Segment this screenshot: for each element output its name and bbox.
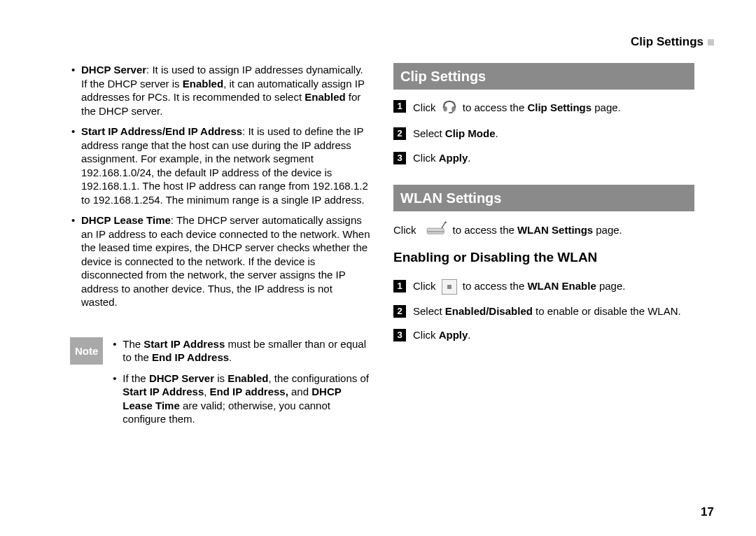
definition-list: DHCP Server: It is used to assign IP add…	[70, 63, 371, 309]
text: .	[496, 127, 498, 139]
step-item: 1 Click to access the WLAN Enable page.	[393, 279, 694, 295]
step-item: 2 Select Clip Mode.	[393, 127, 694, 141]
term: DHCP Lease Time	[81, 214, 171, 226]
step-number: 3	[393, 152, 406, 164]
text: Select	[413, 127, 445, 139]
svg-point-1	[451, 106, 455, 111]
right-column: Clip Settings 1 Click to access the Clip…	[393, 63, 694, 433]
left-column: DHCP Server: It is used to assign IP add…	[70, 63, 371, 433]
term: Start IP Address/End IP Address	[81, 125, 242, 137]
text: Select	[413, 305, 445, 317]
step-item: 1 Click to access the Clip Settings page…	[393, 99, 694, 117]
inline-bold: Enabled	[304, 91, 345, 103]
section-heading-clip: Clip Settings	[393, 63, 694, 90]
clip-steps: 1 Click to access the Clip Settings page…	[393, 99, 694, 165]
text: is	[214, 372, 227, 384]
running-header-text: Clip Settings	[631, 35, 704, 49]
text: Click	[413, 329, 439, 341]
inline-bold: Clip Settings	[527, 101, 592, 113]
inline-bold: Enabled/Disabled	[445, 305, 533, 317]
wlan-intro: Click to access the WLAN Settings page.	[393, 221, 694, 240]
inline-bold: End IP Address	[152, 351, 229, 363]
text: : It is used to define the IP address ra…	[81, 125, 368, 206]
text: Click	[393, 223, 416, 237]
step-text: Click Apply.	[413, 328, 694, 342]
headphones-icon	[442, 99, 457, 117]
svg-point-0	[443, 106, 447, 111]
list-item: Start IP Address/End IP Address: It is u…	[70, 125, 371, 206]
router-icon	[425, 221, 447, 240]
text: page.	[596, 223, 622, 237]
text: ,	[204, 386, 209, 397]
step-text: Click Apply.	[413, 151, 694, 165]
note-label: Note	[70, 337, 103, 365]
step-text: Select Clip Mode.	[413, 127, 694, 141]
list-item: DHCP Server: It is used to assign IP add…	[70, 63, 371, 118]
text: page.	[596, 280, 626, 292]
svg-point-5	[444, 221, 447, 223]
step-text: Click to access the WLAN Enable page.	[413, 279, 694, 295]
text: : The DHCP server automatically assigns …	[81, 214, 370, 308]
text: page.	[592, 101, 621, 113]
step-item: 2 Select Enabled/Disabled to enable or d…	[393, 304, 694, 318]
step-number: 2	[393, 127, 406, 140]
wlan-enable-icon	[442, 279, 457, 295]
list-item: DHCP Lease Time: The DHCP server automat…	[70, 213, 371, 309]
text: to access the	[463, 280, 528, 292]
two-column-layout: DHCP Server: It is used to assign IP add…	[70, 63, 714, 433]
wlan-steps: 1 Click to access the WLAN Enable page. …	[393, 279, 694, 343]
inline-bold: Apply	[439, 329, 468, 341]
text: and	[288, 386, 312, 397]
header-square-icon	[708, 39, 714, 45]
inline-bold: WLAN Settings	[517, 223, 593, 237]
text: to enable or disable the WLAN.	[533, 305, 681, 317]
text: .	[468, 152, 470, 164]
text: Click	[413, 280, 439, 292]
inline-bold: Clip Mode	[445, 127, 496, 139]
list-item: If the DHCP Server is Enabled, the confi…	[111, 372, 371, 426]
term: DHCP Server	[81, 64, 146, 76]
note-list: The Start IP Address must be smaller tha…	[111, 337, 371, 426]
wlan-subheading: Enabling or Disabling the WLAN	[393, 249, 694, 267]
step-number: 2	[393, 305, 406, 318]
inline-bold: Enabled	[227, 372, 268, 384]
text: , the configurations of	[269, 372, 369, 384]
text: Click	[413, 101, 439, 113]
text: to access the	[453, 223, 514, 237]
svg-rect-3	[427, 231, 444, 232]
note-body: The Start IP Address must be smaller tha…	[103, 337, 371, 433]
inline-bold: Apply	[439, 152, 468, 164]
text: to access the	[463, 101, 528, 113]
text: .	[468, 329, 470, 341]
step-number: 1	[393, 280, 406, 292]
text: The	[122, 338, 144, 350]
inline-bold: WLAN Enable	[527, 280, 596, 292]
step-text: Select Enabled/Disabled to enable or dis…	[413, 304, 694, 318]
text: .	[229, 351, 232, 363]
manual-page: Clip Settings DHCP Server: It is used to…	[0, 0, 756, 536]
inline-bold: DHCP Server	[149, 372, 214, 384]
dot-icon	[447, 285, 451, 289]
running-header: Clip Settings	[631, 35, 714, 49]
inline-bold: Enabled	[183, 78, 223, 90]
text: Click	[413, 152, 439, 164]
svg-line-4	[442, 223, 445, 228]
step-item: 3 Click Apply.	[393, 328, 694, 342]
inline-bold: End IP address,	[210, 386, 288, 397]
inline-bold: Start IP Address	[122, 386, 204, 397]
text: If the	[122, 372, 149, 384]
list-item: The Start IP Address must be smaller tha…	[111, 337, 371, 365]
inline-bold: Start IP Address	[144, 338, 225, 350]
step-item: 3 Click Apply.	[393, 151, 694, 165]
note-callout: Note The Start IP Address must be smalle…	[70, 337, 371, 433]
step-number: 3	[393, 329, 406, 341]
step-text: Click to access the Clip Settings page.	[413, 99, 694, 117]
step-number: 1	[393, 100, 406, 113]
page-number: 17	[701, 505, 714, 519]
section-heading-wlan: WLAN Settings	[393, 185, 694, 211]
